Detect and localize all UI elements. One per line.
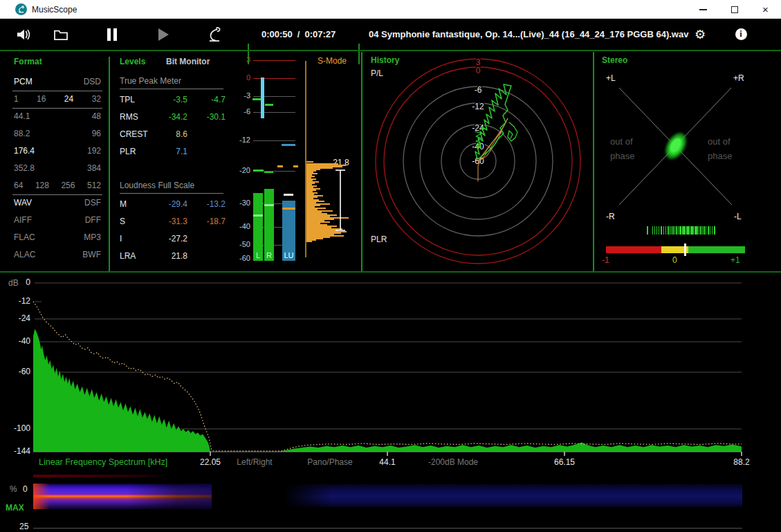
history-plr-label[interactable]: PLR (371, 235, 387, 244)
minimize-button[interactable] (688, 0, 719, 19)
volume-button[interactable] (10, 19, 37, 50)
levels-value-1: -31.3 (169, 217, 187, 226)
correlation-tick (670, 226, 670, 235)
out-of-phase-label-right: out ofphase (708, 134, 732, 163)
analysis-button[interactable] (201, 19, 228, 50)
spectrum-ytick-label--144: -144 (0, 446, 30, 456)
format-cell-1: 1 (14, 94, 19, 104)
format-row: AIFFDFF (14, 215, 101, 225)
meter-scale-label: -50 (235, 240, 250, 248)
smode-bar (306, 172, 313, 173)
tab-bit-monitor[interactable]: Bit Monitor (166, 57, 210, 66)
smode-bar (306, 188, 320, 190)
history-title: History (371, 55, 399, 65)
close-button[interactable]: × (750, 0, 781, 19)
spectrogram-section: % 0 MAX 25 (0, 474, 781, 532)
smode-panel: S-Mode 21.8 (304, 52, 364, 272)
smode-bar (306, 196, 318, 198)
close-icon: × (762, 4, 769, 15)
levels-value-2: -13.2 (207, 199, 226, 209)
info-icon: i (735, 28, 747, 40)
smode-bar (306, 220, 324, 221)
spectrum-xtick-label-44.1: 44.1 (363, 457, 412, 467)
spectrum-ytick-label--40: -40 (0, 336, 30, 346)
smode-bar (306, 205, 320, 206)
correlation-tick (671, 226, 672, 235)
title-bar: MusicScope × (0, 0, 781, 19)
spectrum-area (33, 329, 742, 452)
spectrogram-gridline (33, 528, 742, 529)
smode-bar (306, 184, 312, 185)
folder-icon (53, 28, 68, 41)
smode-bar (306, 221, 330, 223)
format-cell-88.2: 88.2 (14, 129, 30, 138)
levels-label: M (120, 199, 127, 209)
spectrum-xtick-label-66.15: 66.15 (540, 457, 589, 467)
meter-scale-label: -60 (235, 254, 250, 262)
correlation-tick (708, 226, 709, 235)
play-icon (157, 28, 169, 42)
play-button[interactable] (149, 19, 177, 50)
open-file-button[interactable] (47, 19, 75, 50)
toolbar-divider (0, 50, 781, 51)
level-meters-panel: 30-3-6-12-20-30-40-50-60LRLU (235, 52, 304, 272)
mode-toggle-left-right[interactable]: Left/Right (223, 457, 286, 467)
history-ring-label: -6 (475, 85, 482, 95)
smode-bar (306, 217, 349, 219)
correlation-tick (663, 226, 664, 235)
pause-button[interactable] (98, 19, 126, 50)
meter-bar-rms-line (253, 214, 263, 217)
smode-bar (306, 178, 316, 180)
panel-separator (593, 52, 594, 271)
correlation-tick (699, 226, 699, 235)
spectrogram-max-label: MAX (6, 503, 24, 513)
levels-row-s: S-31.3-18.7 (120, 217, 227, 226)
levels-section-title: True Peak Meter (120, 76, 181, 86)
history-pl-label[interactable]: P/L (371, 68, 383, 78)
info-button[interactable]: i (727, 19, 755, 50)
levels-divider (120, 193, 223, 194)
history-polar-display: 30-6-12-24-40-60 (365, 52, 592, 272)
settings-button[interactable]: ⚙ (686, 19, 714, 50)
microscope-icon (207, 27, 222, 42)
levels-row-tpl: TPL-3.5-4.7 (120, 95, 227, 104)
format-cell-384: 384 (87, 163, 101, 173)
smode-bar (306, 170, 316, 172)
format-cell-176.4: 176.4 (14, 146, 35, 156)
smode-bar (306, 228, 342, 230)
format-cell-128: 128 (35, 181, 49, 190)
maximize-button[interactable] (719, 0, 750, 19)
mode-toggle-pano-phase[interactable]: Pano/Phase (299, 457, 361, 467)
smode-bar (306, 235, 344, 237)
correlation-tick (676, 226, 677, 235)
correlation-tick (647, 226, 648, 235)
section-divider (0, 271, 781, 273)
format-cell-BWF: BWF (82, 250, 101, 259)
tab-levels[interactable]: Levels (120, 57, 145, 66)
meter-scale-label: -3 (235, 91, 250, 100)
smode-bar (306, 208, 326, 209)
gear-icon: ⚙ (695, 27, 706, 42)
time-total: 0:07:27 (304, 29, 336, 39)
smode-bar (306, 234, 334, 235)
spectrogram-active-band (33, 484, 212, 509)
stereo-panel: Stereo +L +R -R -L out ofphase out ofpha… (595, 52, 781, 272)
smode-bar (306, 190, 316, 191)
correlation-tick (692, 226, 694, 235)
spectrogram-unit-label: % (10, 484, 17, 494)
format-cell-96: 96 (92, 129, 101, 138)
format-cell-24: 24 (64, 94, 73, 104)
format-cell-352.8: 352.8 (14, 163, 35, 173)
spectrum-ytick-label-0: 0 (0, 277, 30, 287)
format-panel: Format PCMDSD116243244.14888.296176.4192… (6, 52, 109, 272)
smode-bar (306, 232, 341, 234)
correlation-tick (697, 226, 698, 235)
smode-bar (306, 192, 318, 194)
smode-bar (306, 185, 317, 187)
mode-toggle--200db-mode[interactable]: -200dB Mode (422, 457, 484, 467)
levels-row-crest: CREST8.6 (120, 129, 227, 139)
correlation-tick (668, 226, 669, 235)
correlation-tick (665, 226, 666, 235)
levels-value-1: -3.5 (173, 95, 187, 104)
levels-panel: Levels Bit Monitor True Peak MeterTPL-3.… (116, 52, 230, 272)
